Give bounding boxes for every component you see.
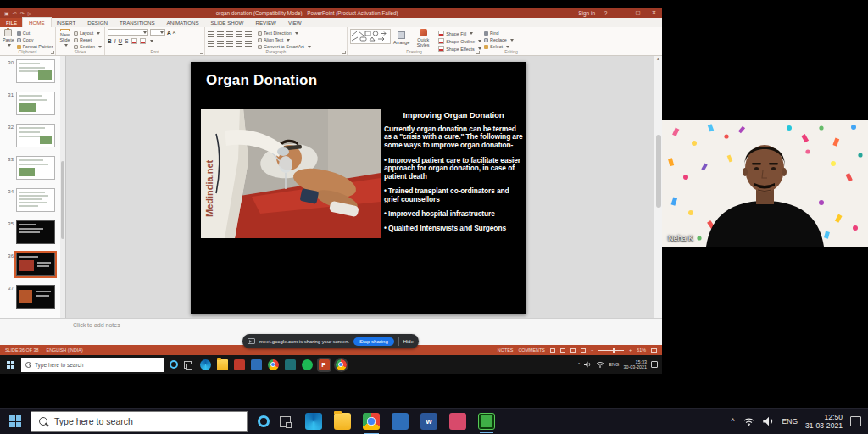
tray-chevron-icon[interactable]: ^ — [578, 362, 581, 367]
hide-button[interactable]: Hide — [403, 339, 414, 344]
tab-animations[interactable]: ANIMATIONS — [161, 18, 205, 27]
search-input[interactable]: Type here to search — [21, 358, 164, 372]
slide-thumbnail-35[interactable]: 35 — [0, 220, 65, 252]
reset-button[interactable]: Reset — [74, 37, 102, 42]
align-right-button[interactable] — [226, 41, 233, 47]
bullets-button[interactable] — [208, 31, 214, 37]
columns-button[interactable] — [245, 41, 252, 47]
increase-indent-button[interactable] — [236, 31, 242, 37]
replace-button[interactable]: Replace — [484, 37, 514, 42]
clipboard-dialog-launcher[interactable] — [51, 51, 54, 54]
volume-icon[interactable] — [763, 416, 775, 426]
font-color-dropdown-icon[interactable] — [150, 40, 153, 42]
align-center-button[interactable] — [217, 41, 224, 47]
quick-styles-button[interactable]: Quick Styles — [412, 29, 434, 47]
notes-toggle[interactable]: NOTES — [498, 348, 514, 353]
comments-toggle[interactable]: COMMENTS — [518, 348, 544, 353]
shrink-font-button[interactable]: A — [173, 30, 175, 35]
line-spacing-button[interactable] — [245, 31, 252, 37]
app-icon-teal[interactable] — [285, 359, 296, 370]
find-button[interactable]: Find — [484, 31, 514, 36]
network-icon[interactable] — [596, 361, 604, 368]
task-view-icon[interactable] — [280, 416, 291, 427]
slide-thumbnail-34[interactable]: 34 — [0, 187, 65, 220]
slide-thumbnail-36-selected[interactable]: 36 — [0, 252, 65, 284]
underline-button[interactable]: U — [119, 38, 123, 44]
sign-in-link[interactable]: Sign in — [578, 10, 595, 16]
new-slide-button[interactable]: New Slide — [58, 29, 71, 47]
font-name-dropdown[interactable] — [108, 29, 148, 36]
app-icon-blue[interactable] — [251, 359, 262, 370]
edge-icon[interactable] — [305, 413, 322, 430]
align-text-button[interactable]: Align Text — [258, 37, 311, 42]
tab-view[interactable]: VIEW — [282, 18, 308, 27]
minimize-icon[interactable]: – — [616, 10, 627, 16]
tab-file[interactable]: FILE — [0, 18, 23, 27]
shape-fill-button[interactable]: Shape Fill — [438, 31, 481, 36]
cortana-icon[interactable] — [258, 415, 270, 427]
strikethrough-button[interactable]: S — [125, 38, 128, 44]
arrange-button[interactable]: Arrange — [393, 29, 409, 47]
cut-button[interactable]: Cut — [17, 31, 53, 36]
tab-review[interactable]: REVIEW — [249, 18, 281, 27]
normal-view-button[interactable] — [550, 348, 555, 353]
chrome-icon[interactable] — [363, 413, 380, 430]
font-dialog-launcher[interactable] — [200, 51, 203, 54]
screen-share-icon[interactable] — [478, 413, 495, 430]
powerpoint-icon[interactable]: P — [319, 359, 330, 370]
justify-button[interactable] — [236, 41, 242, 47]
tray-chevron-icon[interactable]: ^ — [732, 417, 735, 426]
paste-button[interactable]: Paste — [3, 29, 14, 47]
tab-design[interactable]: DESIGN — [81, 18, 114, 27]
slide-canvas[interactable]: Organ Donation — [191, 62, 526, 314]
start-slideshow-icon[interactable]: ▷ — [28, 10, 32, 16]
align-left-button[interactable] — [208, 41, 214, 47]
start-button-local[interactable] — [9, 415, 21, 427]
zoom-slider[interactable] — [598, 350, 624, 351]
text-shadow-button[interactable] — [131, 38, 137, 44]
drawing-dialog-launcher[interactable] — [476, 51, 480, 54]
text-direction-button[interactable]: Text Direction — [258, 31, 311, 36]
tab-transitions[interactable]: TRANSITIONS — [114, 18, 161, 27]
tab-home[interactable]: HOME — [23, 18, 51, 27]
chrome-active-icon[interactable] — [336, 359, 347, 370]
volume-icon[interactable] — [584, 361, 592, 368]
clock[interactable]: 12:50 31-03-2021 — [805, 413, 843, 431]
layout-button[interactable]: Layout — [74, 31, 102, 36]
app-icon-pink[interactable] — [449, 413, 466, 430]
bold-button[interactable]: B — [108, 38, 112, 44]
font-size-dropdown[interactable] — [150, 29, 165, 36]
slideshow-view-button[interactable] — [581, 348, 586, 353]
tab-insert[interactable]: INSERT — [51, 18, 82, 27]
chrome-icon[interactable] — [268, 359, 279, 370]
shapes-gallery[interactable] — [350, 29, 391, 44]
italic-button[interactable]: I — [114, 38, 116, 44]
save-icon[interactable]: ▣ — [4, 10, 9, 16]
slide-thumbnail-32[interactable]: 32 — [0, 123, 65, 155]
grow-font-button[interactable]: A — [167, 30, 171, 36]
task-view-icon[interactable] — [184, 361, 192, 369]
stop-sharing-button[interactable]: Stop sharing — [353, 337, 394, 346]
slide-thumbnail-37[interactable]: 37 — [0, 284, 65, 316]
search-input-local[interactable]: Type here to search — [31, 411, 248, 432]
action-center-icon[interactable] — [850, 416, 861, 426]
scroll-up-icon[interactable]: ▲ — [656, 56, 660, 61]
edge-icon[interactable] — [200, 359, 211, 370]
file-explorer-icon[interactable] — [217, 359, 228, 370]
redo-icon[interactable]: ↷ — [20, 10, 25, 16]
language-tray[interactable]: ENG — [782, 417, 798, 426]
spotify-icon[interactable] — [302, 359, 313, 370]
tab-slideshow[interactable]: SLIDE SHOW — [205, 18, 250, 27]
start-button[interactable] — [7, 361, 14, 369]
slide-thumbnail-30[interactable]: 30 — [0, 58, 65, 91]
help-icon[interactable]: ? — [600, 10, 611, 16]
language-tray[interactable]: ENG — [609, 362, 619, 367]
cortana-icon[interactable] — [170, 360, 178, 369]
undo-icon[interactable]: ↶ — [13, 10, 17, 16]
reading-view-button[interactable] — [570, 348, 576, 353]
app-icon-blue[interactable] — [392, 413, 409, 430]
slide-thumbnail-31[interactable]: 31 — [0, 91, 65, 123]
slide-area-scrollbar[interactable]: ▲ — [654, 56, 662, 318]
slide-thumbnail-33[interactable]: 33 — [0, 155, 65, 187]
slide-sorter-view-button[interactable] — [560, 348, 565, 353]
